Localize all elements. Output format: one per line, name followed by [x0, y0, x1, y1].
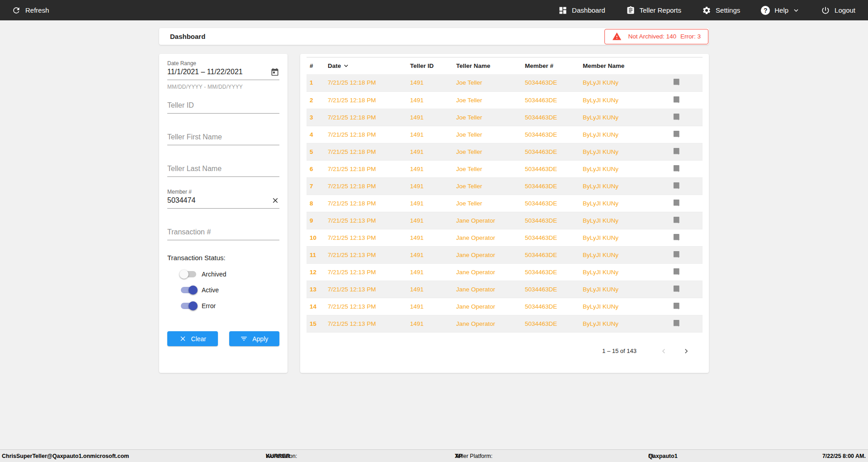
note-icon[interactable]	[673, 251, 681, 259]
table-row[interactable]: 14 7/21/25 12:13 PM 1491 Jane Operator 5…	[307, 298, 703, 315]
row-teller-name: Joe Teller	[456, 109, 525, 126]
date-range-input[interactable]	[167, 67, 270, 77]
toggle-error[interactable]: Error	[181, 301, 279, 310]
transaction-number-input[interactable]	[167, 227, 279, 238]
table-header-row: # Date Teller ID Teller Name Member # Me…	[307, 57, 703, 74]
row-number: 15	[307, 315, 328, 332]
note-icon[interactable]	[673, 216, 681, 225]
row-number: 2	[307, 91, 328, 109]
note-icon[interactable]	[673, 233, 681, 242]
note-icon[interactable]	[673, 148, 681, 156]
row-teller-name: Jane Operator	[456, 298, 525, 315]
table-row[interactable]: 12 7/21/25 12:13 PM 1491 Jane Operator 5…	[307, 263, 703, 281]
table-row[interactable]: 1 7/21/25 12:18 PM 1491 Joe Teller 50344…	[307, 74, 703, 91]
row-date: 7/21/25 12:18 PM	[328, 195, 410, 212]
table-body: 1 7/21/25 12:18 PM 1491 Joe Teller 50344…	[307, 74, 703, 332]
teller-id-input[interactable]	[167, 100, 279, 111]
clear-button[interactable]: Clear	[167, 331, 218, 346]
table-row[interactable]: 7 7/21/25 12:18 PM 1491 Joe Teller 50344…	[307, 177, 703, 195]
row-member-number: 5034463DE	[525, 263, 583, 281]
help-icon: ?	[761, 6, 770, 15]
col-header-teller-id[interactable]: Teller ID	[410, 57, 456, 74]
row-number: 5	[307, 143, 328, 160]
settings-icon	[702, 6, 711, 15]
col-header-member-num[interactable]: Member #	[525, 57, 583, 74]
row-teller-name: Jane Operator	[456, 263, 525, 281]
row-date: 7/21/25 12:18 PM	[328, 91, 410, 109]
row-number: 13	[307, 281, 328, 298]
note-icon[interactable]	[673, 165, 681, 173]
row-member-name: ByLyJI KUNy	[583, 212, 673, 229]
refresh-icon	[12, 6, 21, 15]
apply-button[interactable]: Apply	[229, 331, 280, 346]
toggle-active[interactable]: Active	[181, 286, 279, 295]
date-format-hint: MM/DD/YYYY - MM/DD/YYYY	[167, 84, 279, 90]
member-number-input[interactable]	[167, 195, 271, 206]
col-header-date[interactable]: Date	[328, 57, 410, 74]
note-icon[interactable]	[673, 285, 681, 294]
note-icon[interactable]	[673, 130, 681, 139]
table-row[interactable]: 10 7/21/25 12:13 PM 1491 Jane Operator 5…	[307, 229, 703, 246]
note-icon[interactable]	[673, 268, 681, 276]
table-row[interactable]: 11 7/21/25 12:13 PM 1491 Jane Operator 5…	[307, 246, 703, 263]
row-teller-name: Joe Teller	[456, 143, 525, 160]
row-number: 11	[307, 246, 328, 263]
note-icon[interactable]	[673, 78, 681, 87]
note-icon[interactable]	[673, 96, 681, 105]
row-member-number: 5034463DE	[525, 246, 583, 263]
toggle-active-switch[interactable]	[181, 287, 196, 293]
alert-not-archived: Not Archived: 140	[628, 33, 676, 40]
row-date: 7/21/25 12:18 PM	[328, 160, 410, 177]
row-member-name: ByLyJI KUNy	[583, 298, 673, 315]
table-row[interactable]: 3 7/21/25 12:18 PM 1491 Joe Teller 50344…	[307, 109, 703, 126]
table-row[interactable]: 4 7/21/25 12:18 PM 1491 Joe Teller 50344…	[307, 126, 703, 143]
row-teller-id: 1491	[410, 212, 456, 229]
note-icon[interactable]	[673, 113, 681, 122]
nav-logout[interactable]: Logout	[821, 6, 855, 15]
toggle-error-switch[interactable]	[181, 303, 196, 309]
col-header-teller-name[interactable]: Teller Name	[456, 57, 525, 74]
nav-help[interactable]: ? Help	[761, 6, 800, 15]
toggle-archived-label: Archived	[202, 271, 226, 278]
note-icon[interactable]	[673, 302, 681, 311]
table-row[interactable]: 13 7/21/25 12:13 PM 1491 Jane Operator 5…	[307, 281, 703, 298]
toggle-archived[interactable]: Archived	[181, 270, 279, 279]
row-member-name: ByLyJI KUNy	[583, 263, 673, 281]
calendar-icon[interactable]	[270, 67, 279, 76]
table-row[interactable]: 2 7/21/25 12:18 PM 1491 Joe Teller 50344…	[307, 91, 703, 109]
teller-first-name-input[interactable]	[167, 132, 279, 143]
nav-dashboard-label: Dashboard	[572, 6, 605, 14]
row-member-number: 5034463DE	[525, 126, 583, 143]
table-row[interactable]: 5 7/21/25 12:18 PM 1491 Joe Teller 50344…	[307, 143, 703, 160]
row-date: 7/21/25 12:13 PM	[328, 229, 410, 246]
refresh-label: Refresh	[25, 6, 49, 14]
table-row[interactable]: 9 7/21/25 12:13 PM 1491 Jane Operator 50…	[307, 212, 703, 229]
row-member-name: ByLyJI KUNy	[583, 143, 673, 160]
clear-x-icon[interactable]	[271, 196, 279, 205]
date-range-field: Date Range MM/DD/YYYY - MM/DD/YYYY	[167, 60, 279, 90]
note-icon[interactable]	[673, 182, 681, 191]
row-member-name: ByLyJI KUNy	[583, 315, 673, 332]
table-row[interactable]: 8 7/21/25 12:18 PM 1491 Joe Teller 50344…	[307, 195, 703, 212]
row-member-name: ByLyJI KUNy	[583, 281, 673, 298]
nav-teller-reports[interactable]: Teller Reports	[626, 6, 682, 15]
refresh-button[interactable]: Refresh	[12, 6, 49, 15]
row-teller-id: 1491	[410, 298, 456, 315]
table-row[interactable]: 6 7/21/25 12:18 PM 1491 Joe Teller 50344…	[307, 160, 703, 177]
row-date: 7/21/25 12:18 PM	[328, 126, 410, 143]
prev-page-button[interactable]	[658, 346, 669, 357]
note-icon[interactable]	[673, 199, 681, 208]
col-header-member-name[interactable]: Member Name	[583, 57, 673, 74]
row-teller-name: Joe Teller	[456, 91, 525, 109]
next-page-button[interactable]	[681, 346, 692, 357]
teller-last-name-input[interactable]	[167, 163, 279, 174]
table-row[interactable]: 15 7/21/25 12:13 PM 1491 Jane Operator 5…	[307, 315, 703, 332]
note-icon[interactable]	[673, 319, 681, 328]
row-member-name: ByLyJI KUNy	[583, 229, 673, 246]
transactions-table: # Date Teller ID Teller Name Member # Me…	[307, 57, 703, 333]
row-date: 7/21/25 12:13 PM	[328, 315, 410, 332]
row-teller-name: Joe Teller	[456, 74, 525, 91]
nav-settings[interactable]: Settings	[702, 6, 740, 15]
nav-dashboard[interactable]: Dashboard	[558, 6, 605, 15]
toggle-archived-switch[interactable]	[181, 271, 196, 277]
